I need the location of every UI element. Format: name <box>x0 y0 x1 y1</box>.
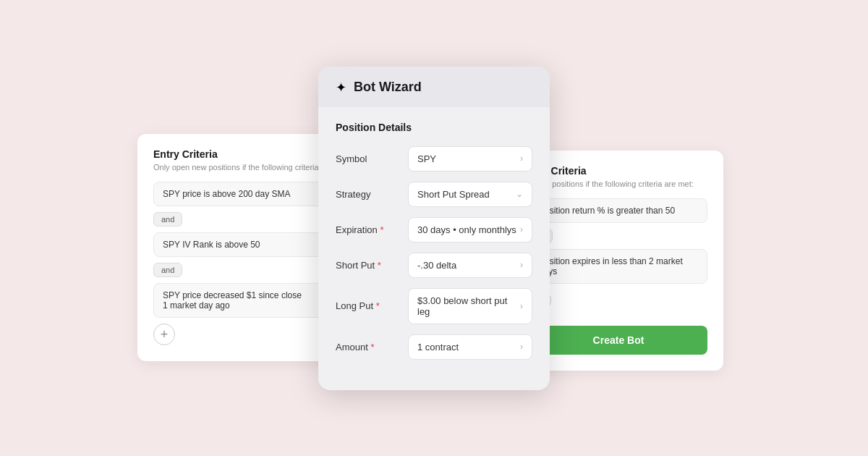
field-row-strategy: Strategy Short Put Spread ⌄ <box>336 182 532 207</box>
strategy-chevron-icon: ⌄ <box>516 189 523 199</box>
bot-wizard-modal: ✦ Bot Wizard Position Details Symbol SPY… <box>318 67 550 390</box>
long-put-label: Long Put * <box>336 300 408 311</box>
entry-add-button[interactable]: + <box>153 324 175 345</box>
wizard-section-title: Position Details <box>336 122 532 133</box>
and-badge-2: and <box>153 263 182 277</box>
amount-value: 1 contract <box>417 342 459 352</box>
short-put-label: Short Put * <box>336 260 408 271</box>
expiration-required: * <box>380 224 383 235</box>
exit-criteria-subtitle: Close positions if the following criteri… <box>529 180 707 188</box>
expiration-value: 30 days • only monthlys <box>417 224 516 235</box>
field-row-short-put: Short Put * -.30 delta › <box>336 253 532 278</box>
short-put-chevron-icon: › <box>520 260 523 270</box>
exit-criteria-item-1: Position return % is greater than 50 <box>529 198 707 223</box>
wizard-header: ✦ Bot Wizard <box>318 67 550 107</box>
wizard-body: Position Details Symbol SPY › Strategy S… <box>318 107 550 360</box>
symbol-chevron-icon: › <box>520 153 523 164</box>
wizard-title: Bot Wizard <box>354 80 422 95</box>
exit-criteria-title: Exit Criteria <box>529 165 707 177</box>
exit-criteria-item-2: Position expires in less than 2 market d… <box>529 249 707 284</box>
entry-criteria-item-3: SPY price decreased $1 since close1 mark… <box>153 283 346 318</box>
strategy-label: Strategy <box>336 189 408 200</box>
long-put-value: $3.00 below short put leg <box>417 295 520 317</box>
expiration-label: Expiration * <box>336 224 408 235</box>
entry-criteria-subtitle: Only open new positions if the following… <box>153 163 346 172</box>
wizard-icon: ✦ <box>336 80 346 96</box>
strategy-select[interactable]: Short Put Spread ⌄ <box>408 182 532 207</box>
field-row-expiration: Expiration * 30 days • only monthlys › <box>336 217 532 242</box>
create-bot-button[interactable]: Create Bot <box>529 326 707 355</box>
entry-criteria-title: Entry Criteria <box>153 148 346 160</box>
entry-criteria-item-1: SPY price is above 200 day SMA <box>153 182 346 206</box>
symbol-select[interactable]: SPY › <box>408 146 532 172</box>
short-put-select[interactable]: -.30 delta › <box>408 253 532 278</box>
symbol-value: SPY <box>417 153 436 164</box>
short-put-value: -.30 delta <box>417 260 456 271</box>
long-put-select[interactable]: $3.00 below short put leg › <box>408 288 532 324</box>
symbol-label: Symbol <box>336 153 408 164</box>
amount-label: Amount * <box>336 342 408 352</box>
expiration-chevron-icon: › <box>520 224 523 235</box>
field-row-symbol: Symbol SPY › <box>336 146 532 172</box>
strategy-value: Short Put Spread <box>417 189 490 200</box>
amount-required: * <box>370 342 374 352</box>
long-put-required: * <box>376 300 380 311</box>
and-badge-1: and <box>153 212 182 227</box>
entry-criteria-item-2: SPY IV Rank is above 50 <box>153 232 346 257</box>
field-row-amount: Amount * 1 contract › <box>336 334 532 360</box>
field-row-long-put: Long Put * $3.00 below short put leg › <box>336 288 532 324</box>
short-put-required: * <box>378 260 381 271</box>
long-put-chevron-icon: › <box>520 301 523 311</box>
amount-select[interactable]: 1 contract › <box>408 334 532 360</box>
expiration-select[interactable]: 30 days • only monthlys › <box>408 217 532 242</box>
amount-chevron-icon: › <box>520 342 523 352</box>
